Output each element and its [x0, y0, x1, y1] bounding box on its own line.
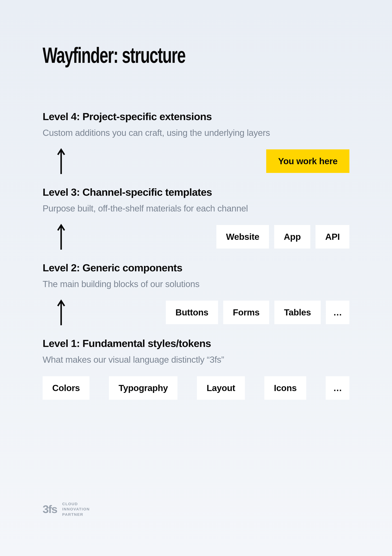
level-2-heading: Level 2: Generic components — [43, 262, 349, 274]
footer-logo: 3fs — [43, 503, 57, 516]
chip-icons: Icons — [264, 376, 307, 400]
level-3-row: Website App API — [43, 225, 349, 249]
chip-app: App — [274, 225, 310, 248]
level-3-chips: Website App API — [80, 225, 349, 248]
you-work-here-badge: You work here — [266, 149, 349, 173]
chip-tables: Tables — [274, 301, 321, 324]
chip-more: … — [326, 301, 350, 324]
chip-api: API — [315, 225, 349, 248]
level-4-heading: Level 4: Project-specific extensions — [43, 110, 349, 123]
slide-title: Wayfinder: structure — [43, 43, 263, 68]
arrow-cell — [43, 224, 80, 250]
slide: Wayfinder: structure Level 4: Project-sp… — [0, 0, 392, 556]
level-3: Level 3: Channel-specific templates Purp… — [43, 186, 349, 249]
arrow-up-icon — [57, 299, 65, 325]
arrow-up-icon — [57, 148, 65, 174]
chip-website: Website — [216, 225, 269, 248]
level-1: Level 1: Fundamental styles/tokens What … — [43, 337, 349, 400]
level-1-heading: Level 1: Fundamental styles/tokens — [43, 337, 349, 349]
level-2-subheading: The main building blocks of our solution… — [43, 279, 349, 289]
level-3-subheading: Purpose built, off-the-shelf materials f… — [43, 203, 349, 214]
level-3-heading: Level 3: Channel-specific templates — [43, 186, 349, 198]
level-2-row: Buttons Forms Tables … — [43, 300, 349, 324]
level-1-chips: Colors Typography Layout Icons … — [43, 376, 349, 400]
arrow-cell — [43, 148, 80, 174]
arrow-up-icon — [57, 224, 65, 250]
level-2-chips: Buttons Forms Tables … — [80, 301, 349, 324]
chip-forms: Forms — [223, 301, 269, 324]
level-4-badge-container: You work here — [80, 149, 349, 173]
level-4-row: You work here — [43, 149, 349, 173]
footer-tagline: CLOUD INNOVATION PARTNER — [62, 501, 90, 517]
chip-buttons: Buttons — [166, 301, 218, 324]
arrow-cell — [43, 299, 80, 325]
level-1-subheading: What makes our visual language distinctl… — [43, 355, 349, 365]
chip-colors: Colors — [43, 376, 90, 400]
level-2: Level 2: Generic components The main bui… — [43, 262, 349, 324]
level-1-row: Colors Typography Layout Icons … — [43, 376, 349, 400]
level-4: Level 4: Project-specific extensions Cus… — [43, 110, 349, 173]
chip-more: … — [326, 376, 349, 400]
chip-typography: Typography — [109, 376, 177, 400]
chip-layout: Layout — [197, 376, 245, 400]
footer: 3fs CLOUD INNOVATION PARTNER — [43, 501, 90, 517]
level-4-subheading: Custom additions you can craft, using th… — [43, 128, 349, 138]
